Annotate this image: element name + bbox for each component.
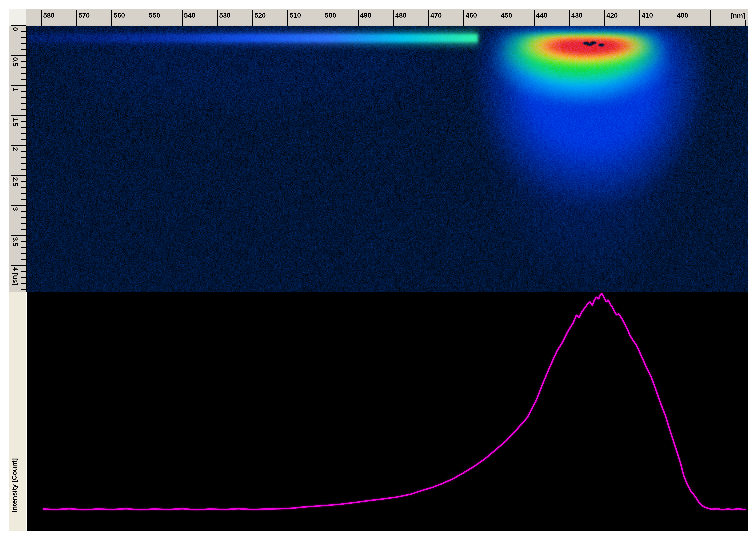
time-tick-label: 3.5 <box>11 237 19 246</box>
axis-baseline-horizontal <box>11 26 748 26</box>
wavelength-tick-label: 490 <box>360 11 372 19</box>
time-tick-label: 4 [us] <box>11 267 19 285</box>
time-tick-minor <box>21 151 26 152</box>
time-tick-label: 0.5 <box>11 57 19 67</box>
noise-texture <box>27 26 748 292</box>
time-tick-minor <box>21 247 26 248</box>
time-tick-minor <box>21 163 26 164</box>
time-tick-minor <box>21 211 26 212</box>
wavelength-tick-label: 470 <box>430 11 442 19</box>
wavelength-tick <box>534 10 534 26</box>
time-tick-major <box>11 145 26 146</box>
time-tick-minor <box>21 181 26 182</box>
profile-curve <box>43 294 746 510</box>
time-tick-minor <box>21 127 26 128</box>
wavelength-tick <box>499 10 500 26</box>
wavelength-tick-label: 440 <box>536 11 547 19</box>
time-tick-minor <box>21 109 26 110</box>
time-tick-major <box>11 265 26 266</box>
time-tick-minor <box>21 139 26 140</box>
wavelength-tick-label: 420 <box>606 11 618 19</box>
wavelength-tick <box>76 10 77 26</box>
time-tick-label: 2 <box>11 147 19 151</box>
time-tick-minor <box>21 217 26 218</box>
time-tick-label: 1.5 <box>11 117 19 127</box>
wavelength-tick-label: 580 <box>43 11 55 19</box>
time-tick-major <box>11 25 26 26</box>
wavelength-unit-label: [nm] <box>708 12 745 19</box>
wavelength-tick <box>217 10 218 26</box>
time-tick-minor <box>21 49 26 50</box>
time-tick-major <box>11 115 26 116</box>
time-tick-minor <box>21 79 26 80</box>
time-tick-minor <box>21 187 26 188</box>
wavelength-tick <box>147 10 147 26</box>
wavelength-tick-label: 480 <box>395 11 406 19</box>
time-tick-minor <box>21 43 26 44</box>
wavelength-tick <box>252 10 253 26</box>
time-tick-minor <box>21 271 26 272</box>
wavelength-tick-label: 550 <box>149 11 160 19</box>
wavelength-tick-label: 410 <box>642 11 653 19</box>
time-tick-minor <box>21 277 26 278</box>
time-tick-minor <box>21 241 26 242</box>
wavelength-tick-label: 500 <box>325 11 336 19</box>
time-tick-major <box>11 205 26 206</box>
wavelength-tick <box>745 20 746 26</box>
time-tick-minor <box>21 157 26 158</box>
wavelength-tick-label: 400 <box>677 11 688 19</box>
time-tick-minor <box>21 253 26 254</box>
wavelength-tick <box>675 10 676 26</box>
wavelength-tick <box>111 10 112 26</box>
wavelength-tick-label: 460 <box>466 11 477 19</box>
time-tick-minor <box>21 61 26 62</box>
time-tick-minor <box>21 37 26 38</box>
time-tick-label: 1 <box>11 87 19 91</box>
wavelength-tick <box>604 10 605 26</box>
ruler-corner-cell <box>9 9 26 26</box>
axis-baseline-vertical <box>26 26 27 292</box>
wavelength-tick <box>639 10 640 26</box>
time-tick-minor <box>21 289 26 290</box>
time-tick-minor <box>21 199 26 200</box>
time-tick-minor <box>21 67 26 68</box>
time-tick-minor <box>21 103 26 104</box>
time-tick-major <box>11 235 26 236</box>
wavelength-tick-label: 430 <box>571 11 583 19</box>
wavelength-tick-label: 540 <box>184 11 195 19</box>
spectral-profile-chart <box>27 292 748 531</box>
wavelength-tick <box>358 10 359 26</box>
time-tick-major <box>11 85 26 86</box>
wavelength-tick-label: 560 <box>114 11 125 19</box>
intensity-axis-label: Intensity [Count] <box>10 458 18 512</box>
wavelength-tick <box>393 10 394 26</box>
wavelength-tick <box>463 10 464 26</box>
wavelength-tick <box>710 10 710 26</box>
wavelength-tick-label: 530 <box>219 11 230 19</box>
time-tick-major <box>11 175 26 176</box>
time-tick-minor <box>21 229 26 230</box>
streak-spectrogram-window: [nm] Intensity [Count] 58057056055054053… <box>0 0 756 540</box>
time-tick-minor <box>21 259 26 260</box>
wavelength-tick <box>287 10 288 26</box>
time-tick-minor <box>21 283 26 284</box>
wavelength-tick <box>182 10 183 26</box>
wavelength-tick <box>569 10 570 26</box>
wavelength-tick <box>41 10 42 26</box>
time-tick-minor <box>21 73 26 74</box>
spectral-profile-pane[interactable] <box>27 292 748 531</box>
time-tick-minor <box>21 133 26 134</box>
time-tick-minor <box>21 193 26 194</box>
time-tick-major <box>11 55 26 56</box>
wavelength-tick-label: 510 <box>290 11 301 19</box>
time-tick-label: 0 <box>11 27 19 31</box>
time-tick-minor <box>21 121 26 122</box>
time-tick-minor <box>21 223 26 224</box>
time-tick-minor <box>21 97 26 98</box>
time-tick-label: 2.5 <box>11 177 19 187</box>
wavelength-tick-label: 570 <box>78 11 90 19</box>
time-tick-minor <box>21 31 26 32</box>
wavelength-tick <box>323 10 323 26</box>
time-tick-minor <box>21 91 26 92</box>
streak-image-canvas[interactable] <box>27 26 748 292</box>
